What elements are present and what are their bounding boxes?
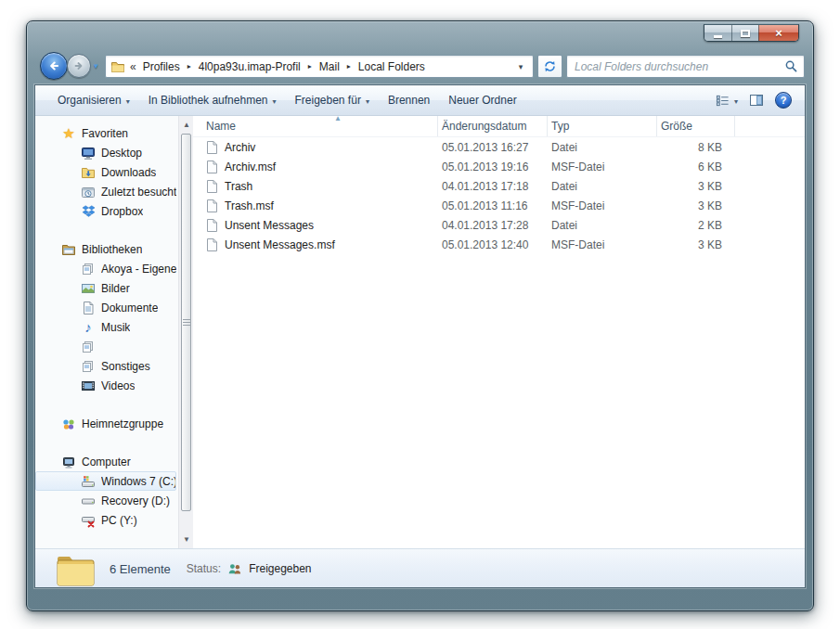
scroll-up-button[interactable]: ▲ [179,117,193,132]
sidebar-item-bilder[interactable]: Bilder [35,278,176,298]
libraries-icon [61,242,76,257]
sidebar-item-musik[interactable]: ♪ Musik [35,317,176,337]
sidebar-item-bibliotheken[interactable]: Bibliotheken [35,239,176,259]
refresh-icon [543,59,557,73]
recent-pages-dropdown[interactable]: ▾ [94,61,98,71]
status-label: Status: [187,562,221,575]
drive-disconnected-icon [81,513,96,528]
help-button[interactable]: ? [775,92,792,109]
drive-icon [81,494,96,508]
file-icon [204,199,219,213]
refresh-button[interactable] [537,55,562,78]
breadcrumb-separator-icon: ▸ [344,62,354,71]
breadcrumb-item-profile[interactable]: 4l0pa93u.imap-Profil [197,60,303,73]
status-value: Freigegeben [249,562,311,575]
sidebar-item-computer[interactable]: Computer [35,452,176,471]
sidebar-item-akoya-eigene[interactable]: Akoya - Eigene D [35,259,176,278]
maximize-icon [741,30,750,37]
share-icon [227,562,242,576]
sidebar-item-desktop[interactable]: Desktop [35,143,176,162]
breadcrumb-item-mail[interactable]: Mail [317,60,342,73]
drive-windows-icon [81,474,96,489]
folder-icon [110,59,125,74]
include-in-library-button[interactable]: In Bibliothek aufnehmen ▾ [139,89,286,111]
column-header-size[interactable]: Größe [657,116,735,136]
minimize-button[interactable] [704,25,731,41]
search-input[interactable] [573,59,784,74]
explorer-window: × ▾ « Profiles ▸ 4l0pa93u.imap-Profil ▸ … [26,20,814,611]
sidebar-item-sonstiges[interactable]: Sonstiges [35,356,176,376]
sidebar-item-videos[interactable]: Videos [35,376,176,395]
minimize-icon [714,35,722,38]
item-count: 6 Elemente [110,562,171,576]
table-row[interactable]: Unsent Messages.msf 05.01.2013 12:40 MSF… [193,235,805,254]
sidebar-item-pc-y[interactable]: PC (Y:) [35,510,176,530]
table-row[interactable]: Unsent Messages 04.01.2013 17:28 Datei 2… [193,215,805,235]
library-icon [81,340,96,354]
sidebar-item-unnamed-library[interactable] [35,337,176,356]
videos-icon [81,379,96,393]
breadcrumb-item-profiles[interactable]: Profiles [141,60,182,73]
new-folder-button[interactable]: Neuer Ordner [439,89,525,111]
sidebar-item-downloads[interactable]: Downloads [35,162,176,182]
preview-pane-icon [749,93,764,108]
sidebar-item-heimnetzgruppe[interactable]: Heimnetzgruppe [35,414,176,433]
maximize-button[interactable] [731,25,758,41]
sidebar-item-favoriten[interactable]: ★ Favoriten [35,123,176,143]
file-icon [204,160,219,174]
desktop-icon [81,146,96,160]
breadcrumb-overflow[interactable]: « [128,60,138,73]
column-header-type[interactable]: Typ [548,116,657,136]
sidebar-scrollbar[interactable]: ▲ ▼ [178,116,193,548]
list-view-icon [716,94,730,108]
documents-icon [81,301,96,315]
breadcrumb-item-local-folders[interactable]: Local Folders [356,60,427,73]
share-with-button[interactable]: Freigeben für ▾ [286,89,379,111]
preview-pane-button[interactable] [749,93,764,108]
column-header-row: ▲ Name Änderungsdatum Typ Größe [193,116,805,137]
table-row[interactable]: Archiv.msf 05.01.2013 19:16 MSF-Datei 6 … [193,157,805,176]
sidebar-item-windows7-c[interactable]: Windows 7 (C:) [35,471,176,491]
file-icon [204,218,219,233]
scrollbar-thumb[interactable] [181,134,191,511]
sidebar-item-zuletzt-besucht[interactable]: Zuletzt besucht [35,182,176,201]
address-dropdown[interactable]: ▾ [513,62,528,71]
sort-ascending-icon: ▲ [334,114,342,122]
status-bar: 6 Elemente Status: Freigegeben [35,548,805,587]
file-icon [204,140,219,155]
navigation-bar: ▾ « Profiles ▸ 4l0pa93u.imap-Profil ▸ Ma… [34,52,806,82]
library-icon [81,262,96,276]
window-controls: × [704,24,799,42]
back-button[interactable] [40,52,68,80]
table-row[interactable]: Trash 04.01.2013 17:18 Datei 3 KB [193,176,805,196]
sidebar-item-dokumente[interactable]: Dokumente [35,298,176,317]
change-view-button[interactable]: ▾ [716,94,738,108]
organize-button[interactable]: Organisieren ▾ [48,89,139,111]
forward-button[interactable] [67,54,91,78]
content-area: ★ Favoriten Desktop Downloads Zuletzt be… [35,116,805,548]
search-box [566,55,805,78]
chevron-down-icon: ▾ [272,96,276,106]
search-icon[interactable] [784,59,798,73]
sidebar-item-recovery-d[interactable]: Recovery (D:) [35,491,176,510]
table-row[interactable]: Archiv 05.01.2013 16:27 Datei 8 KB [193,137,805,157]
dropbox-icon [81,204,96,219]
navigation-pane: ★ Favoriten Desktop Downloads Zuletzt be… [35,116,193,548]
burn-button[interactable]: Brennen [379,89,439,111]
library-icon [81,359,96,374]
help-icon: ? [781,95,787,106]
column-header-modified[interactable]: Änderungsdatum [438,116,548,136]
command-bar: Organisieren ▾ In Bibliothek aufnehmen ▾… [35,85,805,116]
client-area: Organisieren ▾ In Bibliothek aufnehmen ▾… [34,84,806,588]
file-icon [204,237,219,252]
sidebar-item-dropbox[interactable]: Dropbox [35,201,176,221]
chevron-down-icon: ▾ [366,96,369,106]
address-bar[interactable]: « Profiles ▸ 4l0pa93u.imap-Profil ▸ Mail… [105,55,534,78]
forward-arrow-icon [72,59,85,72]
table-row[interactable]: Trash.msf 05.01.2013 11:16 MSF-Datei 3 K… [193,196,805,215]
column-header-name[interactable]: Name [193,116,438,136]
scroll-down-button[interactable]: ▼ [179,532,193,546]
file-icon [204,179,219,194]
close-button[interactable]: × [758,25,798,41]
star-icon: ★ [61,126,76,141]
